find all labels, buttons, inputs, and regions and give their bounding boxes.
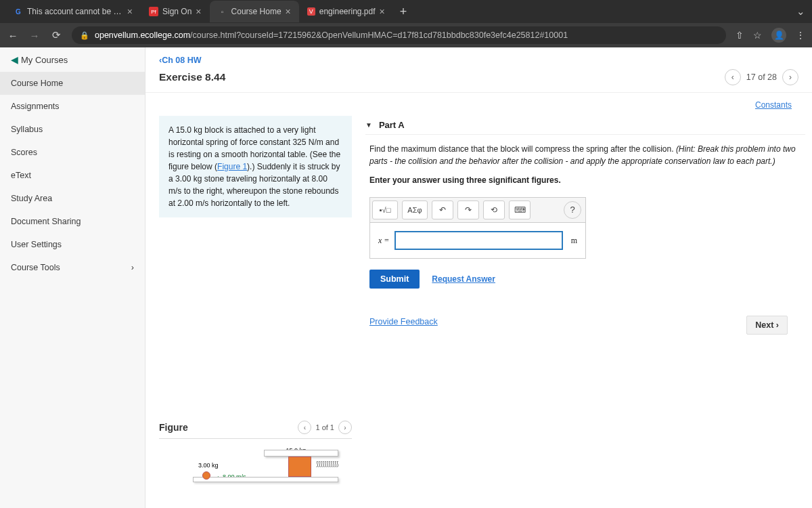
reset-button[interactable]: ⟲ [483,200,505,219]
tab-title: This account cannot be access [27,7,123,16]
question-text: Find the maximum distance that the block… [369,144,674,154]
lock-icon: 🔒 [80,31,89,40]
answer-widget: ▪√□ ΑΣφ ↶ ↷ ⟲ ⌨ ? x = m [369,197,586,259]
close-icon[interactable]: × [196,6,201,17]
exercise-position: 17 of 28 [746,72,777,82]
answer-input[interactable] [394,231,562,250]
close-icon[interactable]: × [127,6,133,17]
browser-tab-active[interactable]: ▫ Course Home × [210,1,299,22]
help-button[interactable]: ? [564,201,581,219]
next-figure-button[interactable]: › [338,421,352,434]
sidebar-item-scores[interactable]: Scores [0,141,145,164]
instruction-text: Enter your answer using three significan… [369,174,801,186]
close-icon[interactable]: × [380,6,385,17]
forward-button[interactable]: → [28,30,41,41]
request-answer-link[interactable]: Request Answer [432,273,495,285]
sidebar-item-my-courses[interactable]: ◀My Courses [0,47,145,72]
browser-tab[interactable]: G This account cannot be access × [5,1,141,22]
url-input[interactable]: 🔒 openvellum.ecollege.com/course.html?co… [72,26,726,44]
profile-icon[interactable]: 👤 [771,28,786,43]
sidebar-item-document-sharing[interactable]: Document Sharing [0,210,145,233]
tab-title: Course Home [231,7,281,16]
variable-label: x = [378,234,389,247]
back-button[interactable]: ← [7,30,19,41]
back-to-chapter-link[interactable]: ‹Ch 08 HW [159,56,798,65]
share-icon[interactable]: ⇧ [736,30,744,41]
next-button[interactable]: Next › [746,316,788,335]
new-tab-button[interactable]: + [393,5,414,19]
figure-link[interactable]: Figure 1 [217,162,247,171]
submit-button[interactable]: Submit [369,270,420,289]
figure-diagram: 15.0 kg ⟆⟆⟆⟆⟆⟆⟆⟆⟆⟆⟆ 3.00 kg 8.00 m/s [159,450,352,490]
pf-favicon: Pf [149,7,158,16]
sidebar-item-course-tools[interactable]: Course Tools› [0,256,145,279]
url-text: openvellum.ecollege.com/course.html?cour… [95,30,718,40]
prev-figure-button[interactable]: ‹ [298,421,311,434]
stone-mass-label: 3.00 kg [198,462,219,469]
sidebar-item-syllabus[interactable]: Syllabus [0,118,145,141]
constants-link[interactable]: Constants [755,100,792,110]
undo-button[interactable]: ↶ [432,200,453,219]
star-icon[interactable]: ☆ [753,30,762,41]
sidebar-item-study-area[interactable]: Study Area [0,187,145,210]
exercise-title: Exercise 8.44 [159,71,225,83]
templates-button[interactable]: ▪√□ [372,200,398,219]
reload-button[interactable]: ⟳ [50,29,62,41]
back-caret-icon: ◀ [11,54,18,65]
browser-tab[interactable]: V engineering.pdf × [299,1,393,22]
problem-statement: A 15.0 kg block is attached to a very li… [159,116,352,217]
redo-button[interactable]: ↷ [457,200,479,219]
pdf-favicon: V [307,7,315,16]
page-favicon: ▫ [218,7,227,16]
tab-title: engineering.pdf [319,7,376,16]
figure-position: 1 of 1 [315,423,334,431]
keyboard-button[interactable]: ⌨ [509,200,531,219]
collapse-icon[interactable]: ▼ [365,121,372,129]
chevron-right-icon: › [131,263,134,272]
next-exercise-button[interactable]: › [782,69,798,85]
sidebar-item-user-settings[interactable]: User Settings [0,233,145,256]
sidebar-item-assignments[interactable]: Assignments [0,95,145,118]
sidebar-item-course-home[interactable]: Course Home [0,72,145,95]
address-bar: ← → ⟳ 🔒 openvellum.ecollege.com/course.h… [0,23,812,47]
tab-strip: G This account cannot be access × Pf Sig… [0,0,812,23]
close-icon[interactable]: × [286,6,291,17]
menu-icon[interactable]: ⋮ [796,30,805,41]
sidebar-item-etext[interactable]: eText [0,164,145,187]
sidebar: ◀My Courses Course Home Assignments Syll… [0,47,145,508]
browser-tab[interactable]: Pf Sign On × [141,1,210,22]
provide-feedback-link[interactable]: Provide Feedback [369,316,438,335]
chevron-down-icon[interactable]: ⌄ [794,5,807,18]
part-title: Part A [379,120,405,130]
unit-label: m [568,234,577,247]
greek-button[interactable]: ΑΣφ [402,200,428,219]
figure-title: Figure [159,422,188,433]
prev-exercise-button[interactable]: ‹ [725,69,741,85]
google-favicon: G [14,7,23,16]
tab-title: Sign On [162,7,191,16]
